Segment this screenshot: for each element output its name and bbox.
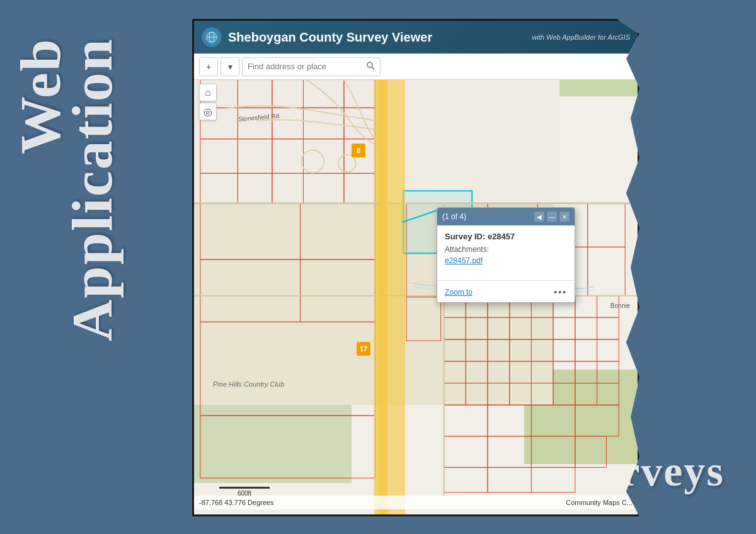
popup-attachment-link[interactable]: e28457.pdf xyxy=(445,256,567,265)
svg-rect-54 xyxy=(531,361,553,383)
svg-rect-13 xyxy=(304,139,344,174)
svg-rect-64 xyxy=(575,383,597,405)
svg-rect-73 xyxy=(575,436,607,468)
attribution-text: Community Maps C... xyxy=(566,499,633,506)
svg-rect-2 xyxy=(272,80,304,108)
header-logo xyxy=(202,27,222,47)
svg-rect-66 xyxy=(444,405,488,436)
search-btn[interactable] xyxy=(367,62,375,72)
popup-zoom-link[interactable]: Zoom to xyxy=(445,288,472,297)
popup-footer: Zoom to ••• xyxy=(437,285,575,302)
svg-rect-17 xyxy=(272,173,304,203)
zoom-in-btn[interactable]: + xyxy=(199,57,218,76)
svg-rect-45 xyxy=(510,339,532,361)
home-btn[interactable]: ⌂ xyxy=(199,84,217,101)
svg-rect-63 xyxy=(553,383,575,405)
popup-survey-id: Survey ID: e28457 xyxy=(445,232,567,241)
popup-close-btn[interactable]: ✕ xyxy=(559,212,570,222)
svg-rect-70 xyxy=(444,436,488,468)
svg-rect-19 xyxy=(344,173,375,203)
svg-rect-75 xyxy=(488,467,531,492)
dropdown-btn[interactable]: ▾ xyxy=(220,57,239,76)
svg-rect-20 xyxy=(200,203,301,259)
map-container: 8 17 Stonesfield Rd Pine Hills Country C… xyxy=(192,19,639,516)
svg-rect-68 xyxy=(531,405,575,436)
popup-header-buttons: ◀ — ✕ xyxy=(534,212,570,222)
svg-rect-79 xyxy=(406,297,441,341)
popup-divider xyxy=(437,280,575,281)
svg-rect-82 xyxy=(588,203,625,247)
svg-rect-62 xyxy=(531,383,553,405)
svg-rect-39 xyxy=(553,317,575,339)
svg-rect-53 xyxy=(510,361,532,383)
search-input[interactable] xyxy=(248,62,367,71)
svg-rect-36 xyxy=(488,317,510,339)
svg-rect-15 xyxy=(200,173,238,203)
svg-rect-11 xyxy=(238,139,272,174)
map-toolbar: + ▾ xyxy=(194,54,638,80)
scale-line xyxy=(219,487,270,489)
svg-rect-49 xyxy=(597,339,619,361)
svg-rect-57 xyxy=(597,361,619,383)
feature-popup: (1 of 4) ◀ — ✕ Survey ID: e28457 Attachm… xyxy=(437,207,575,303)
svg-rect-32 xyxy=(575,296,597,318)
svg-rect-47 xyxy=(553,339,575,361)
svg-rect-52 xyxy=(488,361,510,383)
search-container xyxy=(242,57,381,76)
svg-rect-51 xyxy=(466,361,488,383)
svg-rect-72 xyxy=(531,436,575,468)
svg-rect-23 xyxy=(301,259,375,322)
svg-rect-38 xyxy=(531,317,553,339)
svg-rect-48 xyxy=(575,339,597,361)
svg-rect-25 xyxy=(200,416,375,478)
svg-rect-55 xyxy=(553,361,575,383)
svg-rect-50 xyxy=(444,361,466,383)
svg-rect-67 xyxy=(488,405,531,436)
svg-rect-35 xyxy=(466,317,488,339)
svg-rect-65 xyxy=(597,383,619,405)
popup-more-btn[interactable]: ••• xyxy=(554,287,567,297)
svg-rect-4 xyxy=(344,80,375,108)
svg-rect-43 xyxy=(466,339,488,361)
compass-btn[interactable]: ◎ xyxy=(199,103,217,120)
svg-rect-34 xyxy=(444,317,466,339)
svg-rect-3 xyxy=(304,80,344,108)
coords-bar: -87.768 43.776 Degrees Community Maps C.… xyxy=(194,496,638,509)
svg-rect-74 xyxy=(444,467,488,492)
svg-rect-59 xyxy=(466,383,488,405)
svg-rect-6 xyxy=(238,108,272,139)
svg-rect-1 xyxy=(238,80,272,108)
svg-rect-16 xyxy=(238,173,272,203)
header-subtitle: with Web AppBuilder for ArcGIS xyxy=(532,33,631,41)
svg-rect-46 xyxy=(531,339,553,361)
popup-prev-btn[interactable]: ◀ xyxy=(534,212,544,222)
pine-hills-label: Pine Hills Country Club xyxy=(213,380,284,389)
svg-rect-71 xyxy=(488,436,531,468)
popup-minimize-btn[interactable]: — xyxy=(547,212,557,222)
svg-point-87 xyxy=(302,151,324,173)
highway-overlay xyxy=(380,80,405,516)
svg-rect-40 xyxy=(575,317,597,339)
svg-rect-10 xyxy=(200,139,238,174)
popup-header: (1 of 4) ◀ — ✕ xyxy=(437,208,575,225)
svg-rect-41 xyxy=(597,317,619,339)
svg-rect-58 xyxy=(444,383,466,405)
route-8-marker: 8 xyxy=(352,144,365,157)
svg-rect-60 xyxy=(488,383,510,405)
popup-pagination: (1 of 4) xyxy=(442,212,466,221)
svg-rect-37 xyxy=(510,317,532,339)
header-title: Sheboygan County Survey Viewer xyxy=(228,30,532,45)
popup-body: Survey ID: e28457 Attachments: e28457.pd… xyxy=(437,225,575,276)
svg-rect-56 xyxy=(575,361,597,383)
svg-rect-44 xyxy=(488,339,510,361)
route-17-marker: 17 xyxy=(357,342,370,356)
svg-point-97 xyxy=(367,62,372,67)
svg-rect-12 xyxy=(272,139,304,174)
svg-line-98 xyxy=(372,67,374,69)
svg-rect-24 xyxy=(200,322,375,416)
svg-rect-61 xyxy=(510,383,532,405)
svg-rect-42 xyxy=(444,339,466,361)
map-header: Sheboygan County Survey Viewer with Web … xyxy=(194,21,638,54)
popup-attachments-label: Attachments: xyxy=(445,245,567,254)
svg-rect-18 xyxy=(304,173,344,203)
